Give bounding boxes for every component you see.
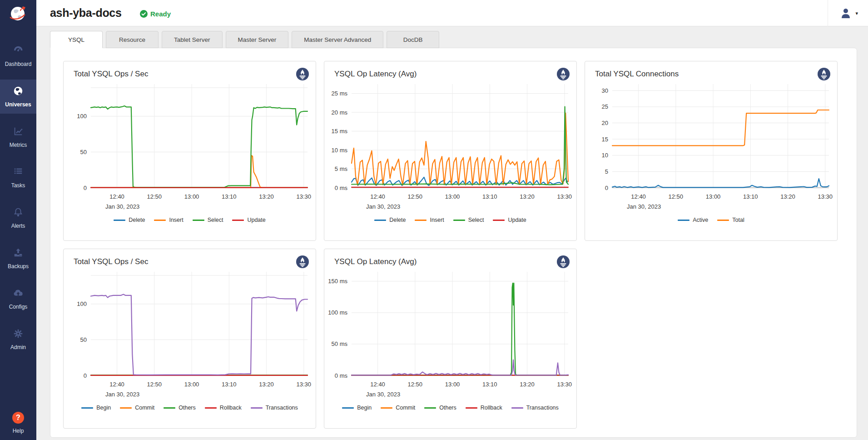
- sidebar-item-metrics[interactable]: Metrics: [0, 120, 36, 154]
- x-tick-label: 13:30: [557, 381, 572, 388]
- chart-legend: DeleteInsertSelectUpdate: [324, 217, 576, 223]
- chart-card-ysql-op-latency-avg-: YSQL Op Latency (Avg)0 ms5 ms10 ms15 ms2…: [324, 61, 577, 241]
- y-tick-label: 5: [605, 168, 608, 175]
- prometheus-link-button[interactable]: [556, 255, 570, 269]
- legend-swatch: [114, 220, 125, 221]
- tab-master-server[interactable]: Master Server: [226, 31, 289, 48]
- legend-item-commit[interactable]: Commit: [120, 405, 154, 411]
- chart-plot-area[interactable]: 05101520253012:4012:5013:0013:1013:2013:…: [585, 80, 837, 216]
- sidebar-item-admin[interactable]: Admin: [0, 322, 36, 356]
- status-label: Ready: [150, 10, 171, 18]
- x-tick-label: 12:40: [370, 381, 385, 388]
- prometheus-icon: [296, 255, 309, 269]
- legend-item-begin[interactable]: Begin: [81, 405, 111, 411]
- gridlines: [612, 84, 829, 188]
- legend-swatch: [453, 220, 465, 221]
- prometheus-icon: [556, 67, 570, 81]
- sidebar-item-label: Backups: [8, 263, 29, 270]
- legend-item-commit[interactable]: Commit: [381, 405, 415, 411]
- legend-label: Insert: [430, 217, 444, 223]
- x-tick-label: 13:00: [706, 193, 721, 200]
- chart-title: YSQL Op Latency (Avg): [324, 249, 576, 267]
- y-tick-label: 10: [602, 152, 608, 159]
- y-tick-label: 5 ms: [335, 165, 348, 172]
- legend-item-select[interactable]: Select: [453, 217, 484, 223]
- legend-swatch: [717, 220, 729, 221]
- sidebar-item-dashboard[interactable]: Dashboard: [0, 39, 36, 73]
- legend-item-update[interactable]: Update: [493, 217, 526, 223]
- chart-plot-area[interactable]: 0 ms50 ms100 ms150 ms12:4012:5013:0013:1…: [324, 267, 576, 404]
- legend-item-rollback[interactable]: Rollback: [466, 405, 502, 411]
- charts-wrap: Total YSQL Ops / Sec05010012:4012:5013:0…: [63, 61, 838, 436]
- tab-master-server-advanced[interactable]: Master Server Advanced: [292, 31, 383, 48]
- tab-tablet-server[interactable]: Tablet Server: [162, 31, 223, 48]
- sidebar-item-help[interactable]: ? Help: [0, 406, 36, 440]
- sidebar-item-alerts[interactable]: Alerts: [0, 201, 36, 235]
- series-line-select: [91, 106, 308, 187]
- chart-plot-area[interactable]: 05010012:4012:5013:0013:1013:2013:30Jan …: [64, 80, 316, 216]
- chart-title: Total YSQL Ops / Sec: [64, 249, 316, 267]
- chart-card-total-ysql-ops-sec: Total YSQL Ops / Sec05010012:4012:5013:0…: [63, 61, 316, 241]
- legend-item-delete[interactable]: Delete: [114, 217, 145, 223]
- prometheus-link-button[interactable]: [296, 67, 309, 81]
- y-tick-label: 25: [602, 103, 608, 110]
- y-tick-label: 15: [602, 136, 608, 143]
- y-tick-label: 50: [80, 149, 87, 155]
- legend-item-rollback[interactable]: Rollback: [205, 405, 242, 411]
- chart-legend: BeginCommitOthersRollbackTransactions: [324, 405, 576, 411]
- legend-item-transactions[interactable]: Transactions: [511, 405, 559, 411]
- legend-item-begin[interactable]: Begin: [342, 405, 372, 411]
- legend-swatch: [342, 407, 354, 409]
- tab-ysql[interactable]: YSQL: [50, 31, 103, 48]
- legend-item-total[interactable]: Total: [717, 217, 744, 223]
- sidebar-item-tasks[interactable]: Tasks: [0, 160, 36, 195]
- legend-item-delete[interactable]: Delete: [374, 217, 406, 223]
- x-tick-label: 13:30: [297, 193, 312, 200]
- x-tick-label: 13:30: [818, 193, 833, 200]
- legend-label: Rollback: [481, 405, 502, 411]
- legend-swatch: [374, 220, 386, 221]
- y-tick-label: 20: [602, 120, 608, 126]
- legend-swatch: [154, 220, 166, 221]
- sidebar-item-label: Universes: [5, 101, 31, 108]
- header-divider: [828, 0, 828, 26]
- x-tick-label: 13:00: [184, 193, 199, 200]
- sidebar-item-label: Metrics: [10, 142, 27, 148]
- chart-legend: BeginCommitOthersRollbackTransactions: [64, 405, 316, 411]
- series-line-active: [612, 179, 829, 187]
- legend-item-active[interactable]: Active: [678, 217, 708, 223]
- series-line-total: [612, 110, 829, 145]
- x-tick-label: 13:10: [482, 193, 497, 200]
- prometheus-link-button[interactable]: [296, 255, 309, 269]
- y-tick-label: 150 ms: [328, 278, 347, 285]
- tab-resource[interactable]: Resource: [106, 31, 159, 48]
- legend-swatch: [81, 407, 93, 409]
- status-badge: Ready: [140, 10, 171, 18]
- x-tick-label: 12:40: [370, 193, 385, 200]
- sidebar-item-configs[interactable]: Configs: [0, 282, 36, 316]
- legend-item-update[interactable]: Update: [232, 217, 265, 223]
- user-menu[interactable]: ▾: [840, 7, 858, 19]
- sidebar-item-universes[interactable]: Universes: [0, 80, 36, 114]
- sidebar-nav: DashboardUniversesMetricsTasksAlertsBack…: [0, 39, 36, 406]
- chart-plot-area[interactable]: 0 ms5 ms10 ms15 ms20 ms25 ms12:4012:5013…: [324, 80, 576, 216]
- legend-item-insert[interactable]: Insert: [154, 217, 183, 223]
- prometheus-link-button[interactable]: [817, 67, 831, 81]
- app-logo[interactable]: [0, 0, 36, 26]
- prometheus-link-button[interactable]: [556, 67, 570, 81]
- sidebar-item-backups[interactable]: Backups: [0, 241, 36, 275]
- legend-label: Commit: [396, 405, 415, 411]
- legend-item-others[interactable]: Others: [424, 405, 456, 411]
- y-tick-label: 0 ms: [335, 372, 348, 379]
- chart-plot-area[interactable]: 05010012:4012:5013:0013:1013:2013:30Jan …: [64, 267, 316, 404]
- gridlines: [352, 272, 568, 375]
- legend-label: Update: [247, 217, 265, 223]
- y-tick-label: 25 ms: [332, 90, 348, 97]
- legend-item-insert[interactable]: Insert: [415, 217, 444, 223]
- tab-docdb[interactable]: DocDB: [387, 31, 439, 48]
- axis-labels: 05010012:4012:5013:0013:1013:2013:30Jan …: [77, 113, 311, 210]
- legend-item-transactions[interactable]: Transactions: [251, 405, 298, 411]
- legend-item-select[interactable]: Select: [193, 217, 223, 223]
- backup-upload-icon: [0, 247, 36, 259]
- legend-item-others[interactable]: Others: [164, 405, 196, 411]
